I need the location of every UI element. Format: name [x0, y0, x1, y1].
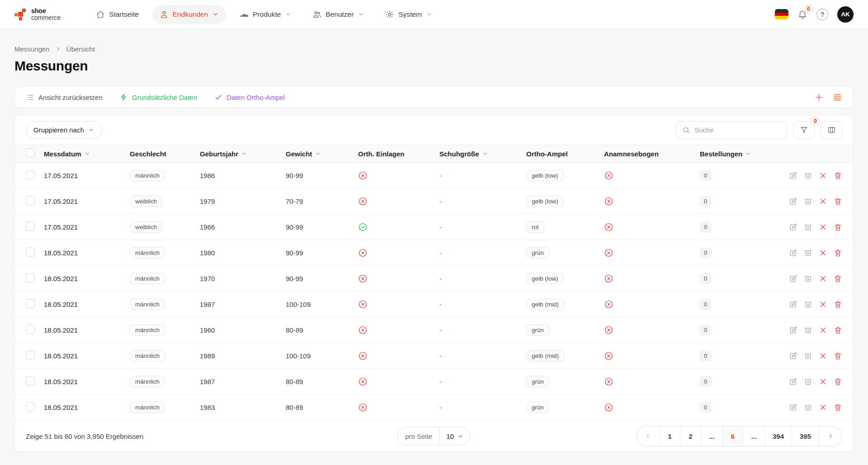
delete-row-button[interactable]: [834, 352, 842, 360]
table-row[interactable]: 18.05.2021 männlich 1980 90-99 - grün: [15, 240, 853, 266]
filter-button[interactable]: 0: [793, 121, 815, 139]
edit-row-button[interactable]: [789, 326, 797, 334]
row-checkbox[interactable]: [26, 170, 35, 179]
reject-row-button[interactable]: [819, 223, 827, 231]
column-header[interactable]: Schuhgröße: [439, 150, 526, 158]
archive-row-button[interactable]: [804, 403, 812, 412]
view-list-button[interactable]: [833, 93, 842, 102]
prev-page-button[interactable]: [637, 426, 659, 446]
reject-row-button[interactable]: [819, 326, 827, 334]
language-flag-german[interactable]: [775, 9, 788, 19]
circle-x-icon: [604, 222, 613, 232]
row-checkbox[interactable]: [26, 299, 35, 308]
delete-row-button[interactable]: [834, 274, 842, 283]
archive-row-button[interactable]: [804, 300, 812, 309]
delete-row-button[interactable]: [834, 403, 842, 412]
archive-row-button[interactable]: [804, 352, 812, 360]
row-checkbox[interactable]: [26, 222, 35, 231]
table-row[interactable]: 18.05.2021 männlich 1983 80-89 - grün: [15, 395, 853, 420]
row-checkbox[interactable]: [26, 248, 35, 257]
table-row[interactable]: 18.05.2021 männlich 1970 90-99 - gelb (l…: [15, 266, 853, 291]
nav-item[interactable]: Startseite: [89, 5, 146, 24]
archive-row-button[interactable]: [804, 171, 812, 180]
page-button[interactable]: 395: [792, 426, 819, 446]
page-button[interactable]: 1: [659, 426, 680, 446]
help-button[interactable]: ?: [816, 9, 828, 20]
add-view-button[interactable]: [814, 93, 824, 102]
row-checkbox[interactable]: [26, 196, 35, 205]
search-input[interactable]: [694, 126, 781, 134]
archive-row-button[interactable]: [804, 197, 812, 206]
delete-row-button[interactable]: [834, 197, 842, 206]
page-button[interactable]: 6: [722, 426, 743, 446]
table-row[interactable]: 18.05.2021 männlich 1960 80-89 - grün: [15, 317, 853, 343]
page-button[interactable]: ...: [701, 426, 722, 446]
column-header[interactable]: Bestellungen: [700, 150, 765, 158]
page-button[interactable]: 2: [680, 426, 701, 446]
view-tab-grundsaetzliche-daten[interactable]: Grundsätzliche Daten: [120, 93, 197, 101]
edit-row-button[interactable]: [789, 377, 797, 386]
delete-row-button[interactable]: [834, 249, 842, 257]
delete-row-button[interactable]: [834, 326, 842, 334]
breadcrumb-item[interactable]: Übersicht: [66, 45, 95, 53]
reject-row-button[interactable]: [819, 274, 827, 283]
edit-row-button[interactable]: [789, 274, 797, 283]
table-row[interactable]: 18.05.2021 männlich 1987 80-89 - grün: [15, 369, 853, 395]
delete-row-button[interactable]: [834, 300, 842, 309]
delete-row-button[interactable]: [834, 377, 842, 386]
row-checkbox[interactable]: [26, 325, 35, 334]
nav-item[interactable]: Produkte: [232, 5, 299, 24]
row-checkbox[interactable]: [26, 402, 35, 411]
nav-item[interactable]: Endkunden: [152, 5, 226, 24]
column-header[interactable]: Geburtsjahr: [200, 150, 286, 158]
table-row[interactable]: 17.05.2021 weiblich 1966 90-99 - rot: [15, 214, 853, 240]
edit-row-button[interactable]: [789, 171, 797, 180]
columns-button[interactable]: [821, 121, 842, 139]
nav-item[interactable]: Benutzer: [305, 5, 372, 24]
user-avatar[interactable]: AK: [837, 6, 854, 23]
edit-row-button[interactable]: [789, 403, 797, 412]
reject-row-button[interactable]: [819, 249, 827, 257]
reject-row-button[interactable]: [819, 197, 827, 206]
table-row[interactable]: 18.05.2021 männlich 1987 100-109 - gelb …: [15, 291, 853, 317]
archive-row-button[interactable]: [804, 326, 812, 334]
table-row[interactable]: 17.05.2021 weiblich 1979 70-79 - gelb (l…: [15, 188, 853, 214]
reject-row-button[interactable]: [819, 403, 827, 412]
row-checkbox[interactable]: [26, 273, 35, 282]
edit-row-button[interactable]: [789, 352, 797, 360]
page-button[interactable]: 394: [764, 426, 792, 446]
nav-item[interactable]: System: [378, 5, 440, 24]
archive-row-button[interactable]: [804, 249, 812, 257]
table-row[interactable]: 18.05.2021 männlich 1989 100-109 - gelb …: [15, 343, 853, 369]
column-header[interactable]: Gewicht: [286, 150, 358, 158]
reject-row-button[interactable]: [819, 171, 827, 180]
archive-row-button[interactable]: [804, 274, 812, 283]
notifications-button[interactable]: 0: [797, 9, 807, 19]
archive-row-button[interactable]: [804, 377, 812, 386]
reject-row-button[interactable]: [819, 352, 827, 360]
row-checkbox[interactable]: [26, 376, 35, 385]
archive-row-button[interactable]: [804, 223, 812, 231]
edit-row-button[interactable]: [789, 300, 797, 309]
view-tab-daten-ortho-ampel[interactable]: Daten Ortho-Ampel: [214, 93, 285, 101]
cell-messdatum: 17.05.2021: [44, 197, 130, 205]
per-page-selector[interactable]: pro Seite 10: [397, 427, 471, 445]
row-checkbox[interactable]: [26, 351, 35, 360]
search-input-wrapper: [676, 121, 787, 139]
delete-row-button[interactable]: [834, 171, 842, 180]
edit-row-button[interactable]: [789, 223, 797, 231]
table-row[interactable]: 17.05.2021 männlich 1986 90-99 - gelb (l…: [15, 163, 853, 188]
delete-row-button[interactable]: [834, 223, 842, 231]
brand-logo[interactable]: shoe commerce: [14, 8, 61, 21]
reset-view-button[interactable]: Ansicht zurücksetzen: [26, 93, 103, 102]
reject-row-button[interactable]: [819, 300, 827, 309]
page-button[interactable]: ...: [743, 426, 764, 446]
group-by-dropdown[interactable]: Gruppieren nach: [26, 121, 102, 139]
breadcrumb-item[interactable]: Messungen: [14, 45, 50, 53]
edit-row-button[interactable]: [789, 249, 797, 257]
reject-row-button[interactable]: [819, 377, 827, 386]
column-header[interactable]: Messdatum: [44, 150, 130, 158]
select-all-checkbox[interactable]: [26, 148, 35, 157]
edit-row-button[interactable]: [789, 197, 797, 206]
next-page-button[interactable]: [819, 426, 842, 446]
